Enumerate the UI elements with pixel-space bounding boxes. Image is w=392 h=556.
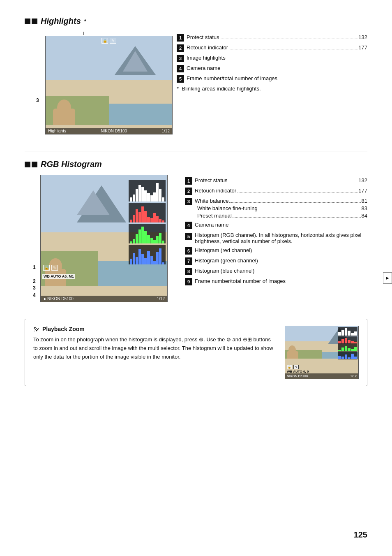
rgb-line-2: Retouch indicator 177 [195, 188, 367, 194]
blue-bar [136, 257, 138, 264]
side-tab[interactable]: ► [383, 272, 392, 284]
section-separator [25, 151, 367, 151]
rgb-dots-2 [237, 192, 357, 192]
cam-bottom-bar: Highlights NIKON D5100 1/12 [46, 128, 172, 134]
green-bar [147, 235, 150, 243]
rgb-item-5: 5 Histogram (RGB channel). In all histog… [185, 232, 367, 244]
red-bar [159, 219, 161, 222]
badge-3: 3 [177, 55, 184, 62]
pb-model: NIKON D5100 [287, 374, 308, 378]
red-bar [141, 206, 144, 222]
badge-5: 5 [177, 75, 184, 83]
rgb-text-7: Histogram (green channel) [195, 257, 258, 264]
pb-histo3 [338, 344, 357, 352]
rgb-text-2: Retouch indicator [195, 188, 236, 194]
rgb-text-3b: Preset manual [197, 213, 232, 219]
badge-1: 1 [177, 34, 184, 42]
red-bar [162, 220, 164, 222]
pb-histos [338, 327, 357, 359]
rgb-label-3: 3 [33, 285, 36, 291]
page-number: 125 [354, 530, 367, 540]
rgb-cam-icons: 🔒 ✎ [43, 265, 58, 271]
cam-top-icons: 🔒 ✎ [101, 38, 116, 44]
bar [159, 189, 161, 202]
rgb-item-3: 3 White balance 81 White balance fine-tu… [185, 198, 367, 219]
item-text-3: Image highlights [187, 55, 226, 61]
item-line-5: Frame number/total number of images [187, 75, 367, 81]
rgb-label-2: 2 [33, 278, 36, 284]
bar [130, 197, 132, 202]
red-bar [147, 217, 150, 222]
rgb-label-1: 1 [33, 264, 36, 270]
rgb-badge-6: 6 [185, 247, 192, 255]
blue-bar [130, 259, 132, 264]
rgb-item-2: 2 Retouch indicator 177 [185, 188, 367, 195]
highlights-info-list: 1 Protect status 132 2 Retouch indicator… [177, 32, 367, 134]
red-bar [156, 216, 159, 222]
rgb-item-9: 9 Frame number/total number of images [185, 278, 367, 285]
green-bar [156, 236, 159, 243]
person-body [53, 109, 75, 125]
pb-lock: 🔒 [287, 365, 292, 369]
tick2 [83, 32, 85, 35]
blue-bar [147, 251, 150, 264]
rgb-label-4: 4 [33, 292, 36, 298]
playback-camera-screen: 🔒 ✎ WB AUTO 0, 0 NIKON D5100 1/12 [285, 326, 359, 379]
red-bar [130, 220, 132, 222]
highlights-item-2: 2 Retouch indicator 177 [177, 44, 367, 52]
highlights-cam-outer: 🔒 ✎ Highlights NIKON D5100 1/12 [45, 32, 164, 134]
rgb-text-3: White balance [195, 198, 228, 204]
bar [144, 190, 147, 202]
pb-histo2 [338, 336, 357, 344]
rgb-line-3: White balance 81 [195, 198, 367, 204]
item-text-4: Camera name [187, 65, 220, 71]
pb-body [287, 351, 298, 359]
rgb-model: ►NIKON D5100 [43, 297, 74, 301]
rgb-line-3b: Preset manual 84 [195, 213, 367, 219]
rgb-text-4: Camera name [195, 222, 228, 228]
bar [138, 185, 141, 202]
rgb-item-8: 8 Histogram (blue channel) [185, 268, 367, 275]
highlights-row: 1 2 3 4 5 [25, 32, 367, 134]
rgb-dots-3 [229, 202, 360, 203]
rgb-screen-wrapper: 5 6 7 8 9 1 2 3 4 [25, 175, 173, 302]
blue-bar [141, 254, 144, 264]
green-bar [133, 239, 135, 244]
bar [156, 183, 159, 202]
highlights-item-5: 5 Frame number/total number of images [177, 75, 367, 83]
pb-bottom-bar: NIKON D5100 1/12 [285, 373, 358, 379]
pb-histo4 [338, 352, 357, 359]
rgb-badge-2: 2 [185, 188, 192, 195]
pb-edit: ✎ [293, 365, 299, 369]
rgb-item-4: 4 Camera name [185, 222, 367, 229]
rgb-frame: 1/12 [157, 297, 165, 301]
pb-wb: WB AUTO 0, 0 [285, 370, 358, 373]
bar [136, 189, 138, 202]
red-histogram [129, 203, 166, 222]
rgb-item-1: 1 Protect status 132 [185, 177, 367, 185]
pb-icons-row: 🔒 ✎ [285, 364, 358, 370]
rgb-text-6: Histogram (red channel) [195, 247, 252, 253]
rgb-badge-7: 7 [185, 257, 192, 265]
rgb-wb-label: WB AUTO A6, M1 [42, 274, 75, 279]
green-bar [144, 231, 147, 243]
dots-2 [229, 49, 357, 49]
rgb-camera-screen: 🔒 ✎ WB AUTO A6, M1 ►NIKON D5100 1/12 [40, 175, 168, 302]
rgb-section: RGB Histogram 5 6 7 8 9 1 2 3 4 [25, 160, 367, 302]
green-bar [150, 238, 153, 243]
mountain-shape2 [123, 51, 148, 72]
red-bar [144, 211, 147, 222]
highlights-section: Highlights * 1 2 3 4 5 [25, 16, 367, 134]
rgb-badge-1: 1 [185, 177, 192, 185]
rgb-text-8: Histogram (blue channel) [195, 268, 254, 274]
dots-1 [220, 39, 357, 39]
blue-bar [153, 261, 156, 264]
page-2: 177 [358, 44, 367, 51]
rgb-retouch-icon: ✎ [51, 265, 58, 271]
section-icon [25, 19, 37, 24]
note-text: Blinking areas indicate highlights. [182, 86, 261, 92]
blue-histogram [129, 245, 166, 264]
rgb-text-3a: White balance fine-tuning [197, 205, 258, 211]
rgb-title-text: RGB Histogram [41, 160, 102, 169]
rgb-badge-9: 9 [185, 278, 192, 285]
